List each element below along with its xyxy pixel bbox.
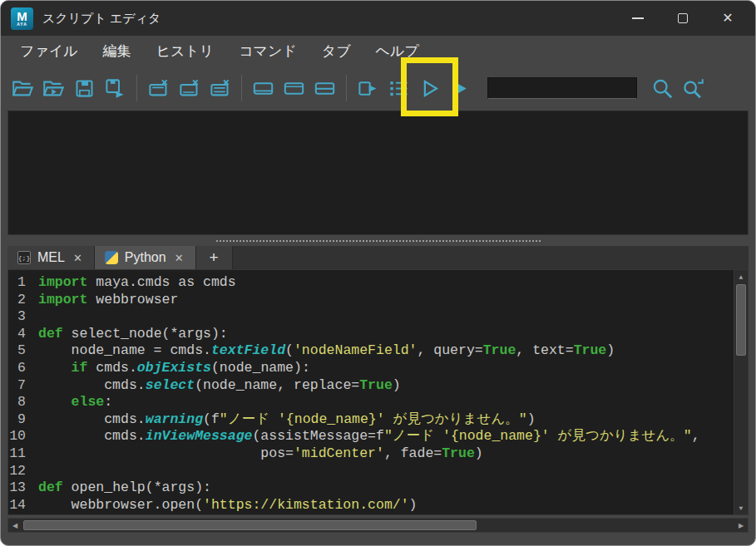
show-history-pane-button[interactable] (248, 71, 279, 105)
code-line: 8 else: (8, 394, 748, 411)
code-line: 6 if cmds.objExists(node_name): (8, 360, 748, 377)
code-text: else: (38, 394, 112, 411)
title-bar[interactable]: M AYA スクリプト エディタ ✕ (1, 1, 755, 36)
line-number: 1 (8, 274, 38, 292)
line-number: 13 (8, 480, 38, 497)
save-to-shelf-icon (104, 77, 126, 100)
vertical-scrollbar[interactable]: ▲ ▼ (734, 270, 748, 514)
tab-python-label: Python (125, 250, 166, 265)
line-number: 10 (8, 428, 38, 445)
both-panes-icon (314, 77, 336, 100)
code-text: pos='midCenter', fade=True) (38, 445, 483, 463)
menu-help[interactable]: ヘルプ (363, 42, 432, 61)
code-line: 3 (8, 308, 748, 326)
code-text: node_name = cmds.textField('nodeNameFiel… (38, 342, 615, 360)
horizontal-scrollbar[interactable]: ◀ ▶ (7, 518, 749, 533)
code-text: def select_node(*args): (38, 326, 228, 343)
history-pane-icon (252, 77, 274, 100)
code-text: if cmds.objExists(node_name): (38, 360, 310, 377)
tab-mel[interactable]: {;} MEL ✕ (7, 246, 95, 269)
open-folder-icon (12, 77, 34, 100)
load-script-button[interactable] (38, 71, 69, 105)
pane-splitter[interactable] (1, 235, 755, 246)
clear-history-button[interactable] (143, 71, 174, 105)
menu-edit[interactable]: 編集 (91, 42, 144, 61)
maximize-button[interactable] (675, 11, 690, 26)
code-line: 5 node_name = cmds.textField('nodeNameFi… (8, 342, 748, 360)
close-tab-icon[interactable]: ✕ (72, 251, 84, 265)
echo-commands-icon (357, 77, 379, 100)
horizontal-scrollbar-thumb[interactable] (23, 520, 477, 530)
script-editor-window: M AYA スクリプト エディタ ✕ ファイル 編集 ヒストリ コマンド タブ … (0, 0, 756, 546)
save-script-button[interactable] (69, 71, 100, 105)
code-line: 7 cmds.select(node_name, replace=True) (8, 377, 748, 395)
add-tab-button[interactable]: + (196, 246, 233, 269)
menu-history[interactable]: ヒストリ (144, 42, 227, 61)
clear-input-button[interactable] (174, 71, 205, 105)
show-input-pane-button[interactable] (279, 71, 309, 105)
code-line: 11 pos='midCenter', fade=True) (8, 445, 748, 463)
line-number: 7 (8, 377, 38, 395)
close-icon: ✕ (722, 12, 733, 25)
search-next-icon (682, 77, 704, 100)
show-both-panes-button[interactable] (309, 71, 340, 105)
code-line: 4def select_node(*args): (8, 326, 748, 343)
clear-all-button[interactable] (205, 71, 235, 105)
scroll-left-arrow-icon[interactable]: ◀ (8, 519, 22, 532)
menu-file[interactable]: ファイル (7, 42, 91, 61)
clear-input-icon (178, 77, 200, 100)
echo-all-commands-button[interactable] (353, 71, 383, 105)
tab-python[interactable]: Python ✕ (95, 246, 196, 269)
vertical-scrollbar-thumb[interactable] (736, 284, 746, 356)
line-number: 8 (8, 394, 38, 411)
close-button[interactable]: ✕ (720, 11, 735, 26)
code-line: 1import maya.cmds as cmds (8, 274, 748, 292)
window-controls: ✕ (630, 11, 735, 26)
scroll-down-arrow-icon[interactable]: ▼ (734, 501, 748, 514)
line-number: 2 (8, 292, 38, 309)
close-tab-icon[interactable]: ✕ (173, 251, 185, 265)
code-text: webbrowser.open('https://kimstation.com/… (38, 497, 418, 514)
code-editor-pane[interactable]: 1import maya.cmds as cmds2import webbrow… (7, 269, 749, 515)
execute-icon (449, 77, 472, 100)
open-script-button[interactable] (7, 71, 38, 105)
maya-icon-letter: M (17, 10, 27, 22)
line-number: 9 (8, 411, 38, 429)
line-number: 3 (8, 308, 38, 326)
line-number: 4 (8, 326, 38, 343)
line-number: 14 (8, 497, 38, 514)
execute-all-icon (418, 77, 441, 100)
mel-icon: {;} (17, 251, 31, 264)
toolbar-separator (241, 75, 242, 101)
line-number: 6 (8, 360, 38, 377)
maya-icon-sub: AYA (17, 22, 27, 27)
menu-tabs[interactable]: タブ (309, 42, 363, 61)
minimize-button[interactable] (630, 11, 645, 26)
search-button[interactable] (647, 71, 678, 105)
history-output-pane[interactable] (7, 111, 749, 235)
search-next-button[interactable] (678, 71, 709, 105)
python-icon (105, 251, 118, 264)
code-lines: 1import maya.cmds as cmds2import webbrow… (8, 270, 748, 514)
scroll-right-arrow-icon[interactable]: ▶ (734, 519, 748, 532)
maya-app-icon: M AYA (11, 7, 33, 30)
save-script-to-shelf-button[interactable] (100, 71, 131, 105)
maximize-icon (678, 13, 688, 23)
execute-all-button[interactable] (414, 71, 445, 105)
execute-button[interactable] (445, 71, 476, 105)
execute-all-wrapper (414, 71, 445, 105)
input-pane-icon (283, 77, 305, 100)
code-text: cmds.warning(f"ノード '{node_name}' が見つかりませ… (38, 411, 536, 429)
code-line: 12 (8, 463, 748, 480)
scroll-up-arrow-icon[interactable]: ▲ (734, 270, 748, 283)
minimize-icon (632, 17, 644, 19)
line-number: 11 (8, 445, 38, 463)
menu-command[interactable]: コマンド (226, 42, 309, 61)
show-line-numbers-button[interactable] (383, 71, 414, 105)
load-folder-icon (42, 77, 65, 100)
code-line: 14 webbrowser.open('https://kimstation.c… (8, 497, 748, 514)
code-text: cmds.select(node_name, replace=True) (38, 377, 401, 395)
search-input[interactable] (488, 78, 636, 98)
search-icon (651, 77, 674, 100)
code-line: 2import webbrowser (8, 292, 748, 309)
